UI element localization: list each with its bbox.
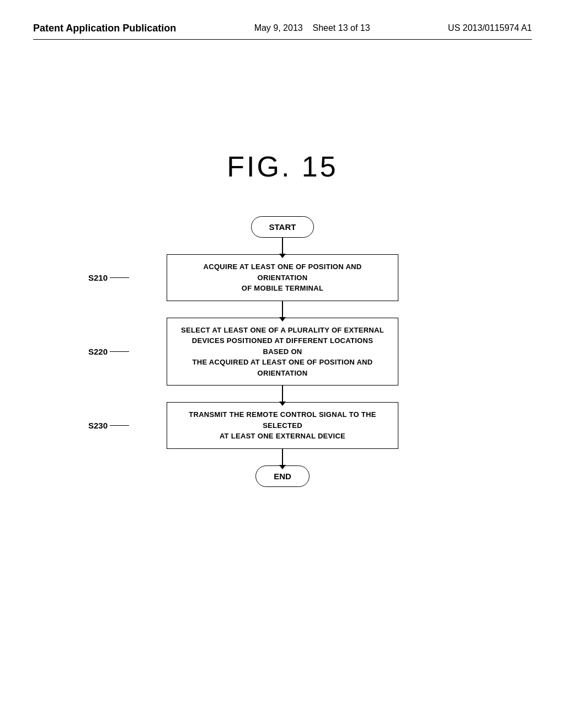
sheet-info: Sheet 13 of 13 <box>312 23 370 33</box>
s220-label-container: S220 <box>88 347 129 356</box>
flowchart: START S210 ACQUIRE AT LEAST ONE OF POSIT… <box>33 216 532 487</box>
s220-connector-line <box>110 351 129 352</box>
s230-box: TRANSMIT THE REMOTE CONTROL SIGNAL TO TH… <box>167 402 398 449</box>
step-s230-row: S230 TRANSMIT THE REMOTE CONTROL SIGNAL … <box>33 402 532 449</box>
start-node: START <box>251 216 315 238</box>
s210-text: ACQUIRE AT LEAST ONE OF POSITION AND ORI… <box>204 263 362 292</box>
arrow-1 <box>282 238 283 254</box>
s220-box: SELECT AT LEAST ONE OF A PLURALITY OF EX… <box>167 318 398 386</box>
header-date-sheet: May 9, 2013 Sheet 13 of 13 <box>254 22 370 34</box>
s220-text: SELECT AT LEAST ONE OF A PLURALITY OF EX… <box>181 326 384 377</box>
step-s210-row: S210 ACQUIRE AT LEAST ONE OF POSITION AN… <box>33 254 532 301</box>
page-header: Patent Application Publication May 9, 20… <box>33 22 532 40</box>
figure-title: FIG. 15 <box>33 150 532 183</box>
arrow-3 <box>282 386 283 402</box>
s230-label: S230 <box>88 421 108 430</box>
s210-box: ACQUIRE AT LEAST ONE OF POSITION AND ORI… <box>167 254 398 301</box>
s210-label: S210 <box>88 273 108 282</box>
s210-connector-line <box>110 277 129 279</box>
publication-title: Patent Application Publication <box>33 22 176 35</box>
s220-label: S220 <box>88 347 108 356</box>
arrow-2 <box>282 301 283 318</box>
start-label: START <box>251 216 315 238</box>
page: Patent Application Publication May 9, 20… <box>0 0 565 728</box>
s230-label-container: S230 <box>88 421 129 430</box>
s210-label-container: S210 <box>88 273 129 282</box>
publication-date: May 9, 2013 <box>254 23 303 33</box>
step-s220-row: S220 SELECT AT LEAST ONE OF A PLURALITY … <box>33 318 532 386</box>
s230-text: TRANSMIT THE REMOTE CONTROL SIGNAL TO TH… <box>189 410 376 440</box>
s230-connector-line <box>110 425 129 426</box>
patent-number: US 2013/0115974 A1 <box>448 22 532 34</box>
arrow-4 <box>282 449 283 465</box>
